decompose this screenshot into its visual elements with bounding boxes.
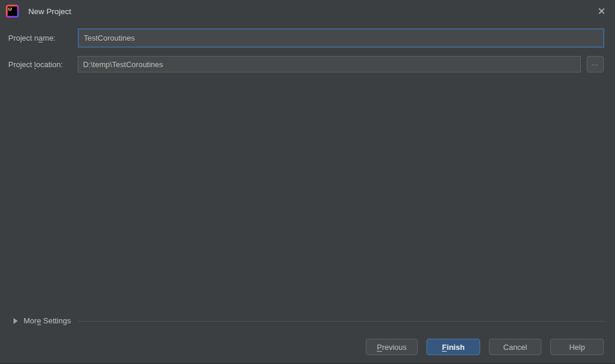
chevron-right-icon[interactable] [14, 318, 18, 324]
browse-button[interactable]: ... [587, 56, 604, 72]
project-location-label: Project location: [8, 60, 63, 69]
close-button[interactable]: ✕ [595, 5, 608, 18]
cancel-button[interactable]: Cancel [489, 339, 541, 355]
dialog-title: New Project [28, 7, 71, 16]
close-icon: ✕ [597, 5, 606, 18]
separator [78, 321, 605, 322]
project-name-input[interactable] [78, 28, 604, 48]
project-location-input[interactable] [78, 56, 581, 72]
more-settings-section: More Settings [0, 316, 615, 326]
title-bar: IJ New Project ✕ [0, 0, 615, 22]
previous-button[interactable]: Previous [366, 339, 418, 355]
project-name-label: Project name: [8, 34, 55, 42]
help-button[interactable]: Help [550, 339, 604, 355]
more-settings-toggle[interactable]: More Settings [24, 316, 71, 325]
finish-button[interactable]: Finish [426, 339, 480, 355]
intellij-logo-icon: IJ [6, 5, 19, 18]
ellipsis-icon: ... [591, 59, 599, 67]
new-project-dialog: IJ New Project ✕ Project name: Project l… [0, 0, 615, 364]
